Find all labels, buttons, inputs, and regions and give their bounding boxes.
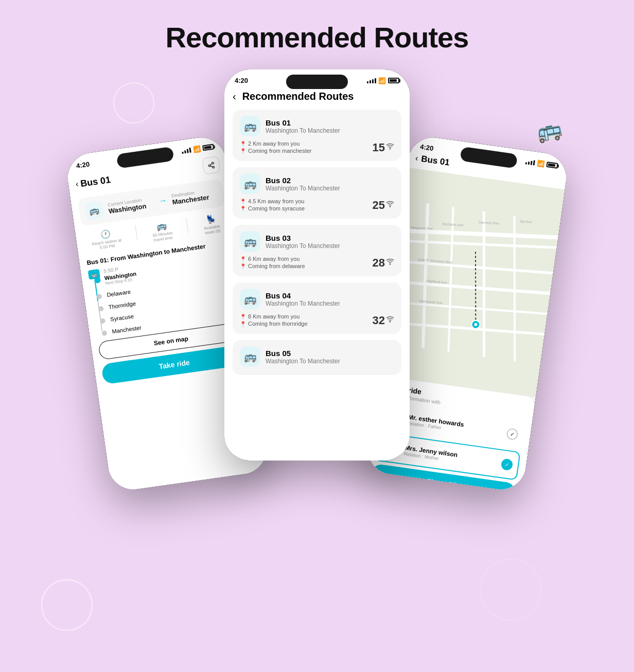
bus-icon-2: 🚌	[240, 173, 260, 194]
route-arrow: →	[158, 196, 167, 206]
svg-point-2	[213, 166, 215, 168]
svg-point-6	[390, 206, 390, 207]
back-arrow-left[interactable]: ‹	[75, 180, 79, 189]
wifi-icon-left: 📶	[192, 145, 201, 153]
bus-loc-2: 📍 4.5 Km away from you 📍 Coming from syr…	[240, 198, 305, 213]
svg-point-7	[390, 264, 390, 264]
bus-route-4: Washington To Manchester	[266, 300, 340, 307]
bus-icon-route: 🚌	[84, 201, 104, 220]
page-title: Recommended Routes	[166, 21, 469, 54]
bus-loc-4: 📍 8 Km away from you 📍 Coming from thorn…	[240, 313, 308, 328]
bus-count-1: 15	[373, 141, 394, 154]
bus-name-5: Bus 05	[266, 349, 340, 358]
bus-count-3: 28	[373, 256, 394, 270]
back-arrow-right[interactable]: ‹	[415, 153, 419, 163]
svg-point-5	[390, 149, 390, 149]
bus-card-5[interactable]: 🚌 Bus 05 Washington To Manchester	[233, 340, 401, 375]
stat-seats: 💺 Availableseats 05	[202, 213, 221, 235]
current-loc-info: Current Location Washington	[108, 196, 155, 215]
bus-card-4[interactable]: 🚌 Bus 04 Washington To Manchester 📍 8 Km…	[233, 282, 401, 334]
bus-name-2: Bus 02	[266, 176, 340, 185]
time-left: 4:20	[76, 160, 90, 169]
wifi-icon-center: 📶	[378, 77, 386, 84]
bus-icon-3: 🚌	[240, 231, 260, 252]
battery-icon-left	[202, 144, 214, 151]
dot-thornridge	[98, 306, 104, 311]
dest-info: Destination Manchester	[171, 187, 218, 206]
battery-icon-right	[546, 162, 558, 169]
bus-route-2: Washington To Manchester	[266, 185, 340, 192]
bus-icon-5: 🚌	[240, 346, 260, 367]
svg-line-3	[210, 166, 213, 167]
clock-icon: 🕐	[100, 228, 111, 240]
wifi-icon-right: 📶	[536, 160, 545, 168]
dot-delaware	[96, 294, 102, 299]
back-arrow-center[interactable]: ‹	[233, 91, 236, 102]
bus-count-4: 32	[373, 314, 394, 327]
phones-container: 4:20 📶 ‹ Bu	[10, 80, 624, 471]
stop-list: 🚌 5:50 P Washington Next Stop 6:15	[88, 251, 241, 337]
bus-count-2: 25	[373, 199, 394, 212]
bus-loc-3: 📍 6 Km away from you 📍 Coming from delaw…	[240, 256, 305, 270]
svg-line-4	[210, 164, 212, 165]
time-center: 4:20	[235, 77, 248, 84]
left-bus-title: Bus 01	[80, 174, 111, 189]
bus-card-1[interactable]: 🚌 Bus 01 Washington To Manchester 📍 2 Km…	[233, 110, 401, 161]
share-button-left[interactable]	[202, 156, 221, 174]
bus-icon-stat: 🚌	[156, 221, 167, 232]
bus-route-5: Washington To Manchester	[266, 358, 340, 365]
notch-center	[286, 75, 348, 89]
bus-name-1: Bus 01	[266, 118, 340, 127]
check-2[interactable]: ✓	[501, 458, 514, 471]
floating-bus-emoji: 🚌	[534, 116, 563, 145]
stat-travel: 🚌 50 Minutestravel time	[151, 220, 173, 242]
svg-point-8	[390, 322, 390, 322]
bus-name-3: Bus 03	[266, 234, 340, 242]
bus-icon-4: 🚌	[240, 289, 260, 309]
center-title: Recommended Routes	[242, 91, 354, 102]
bus-icon-1: 🚌	[240, 116, 260, 136]
battery-icon-center	[388, 78, 399, 83]
bus-loc-1: 📍 2 Km away from you 📍 Coming from manch…	[240, 140, 312, 155]
bus-route-1: Washington To Manchester	[266, 127, 340, 134]
status-icons-center: 📶	[367, 77, 399, 84]
phone-center: 4:20 📶 ‹ Recommended Route	[224, 69, 410, 461]
stat-time: 🕐 Reach station at5:50 PM	[90, 227, 122, 251]
bus-route-3: Washington To Manchester	[266, 242, 340, 250]
status-icons-left: 📶	[181, 143, 214, 155]
contact-info-2: Mrs. Jenny wilson Relation : Mother	[403, 444, 497, 469]
center-header: ‹ Recommended Routes	[233, 91, 401, 102]
check-1[interactable]: ✓	[506, 428, 519, 440]
status-icons-right: 📶	[525, 158, 558, 170]
dot-syracuse	[100, 318, 105, 324]
time-right: 4:20	[419, 143, 434, 152]
dot-washington	[94, 277, 101, 284]
deco-circle-bottom-left	[41, 579, 93, 631]
seat-icon: 💺	[205, 214, 217, 225]
bus-card-3[interactable]: 🚌 Bus 03 Washington To Manchester 📍 6 Km…	[233, 225, 401, 276]
dot-manchester	[101, 330, 107, 336]
contact-info-1: Mr. esther howards Relation : Father	[407, 413, 503, 438]
bus-name-4: Bus 04	[266, 291, 340, 300]
bus-card-2[interactable]: 🚌 Bus 02 Washington To Manchester 📍 4.5 …	[233, 167, 401, 219]
